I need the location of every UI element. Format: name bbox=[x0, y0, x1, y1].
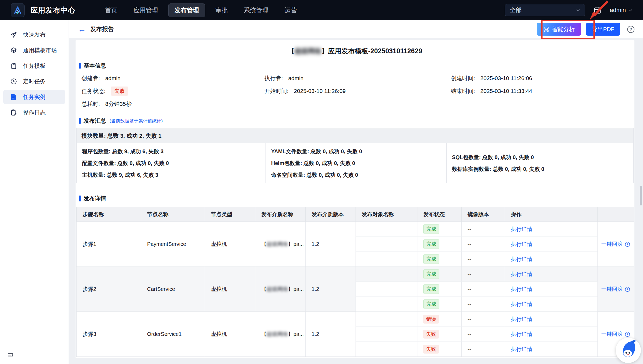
nav-item-6[interactable]: 运营 bbox=[279, 4, 303, 17]
action-cell: 执行详情 bbox=[505, 267, 598, 282]
field-label: 总耗时: bbox=[81, 100, 100, 108]
image-version-cell: -- bbox=[462, 237, 505, 252]
nav-item-1[interactable]: 首页 bbox=[99, 4, 123, 17]
summary-line: YAML文件数量: 总数 0, 成功 0, 失败 0 bbox=[271, 145, 446, 157]
execution-detail-link[interactable]: 执行详情 bbox=[511, 226, 532, 232]
question-circle-icon[interactable]: ? bbox=[625, 331, 630, 337]
column-header: 发布介质版本 bbox=[306, 207, 356, 222]
execution-detail-link[interactable]: 执行详情 bbox=[511, 301, 532, 307]
release-status-cell: 完成 bbox=[417, 267, 462, 282]
target-name-cell bbox=[356, 222, 417, 237]
sidebar-item-5[interactable]: 任务实例 bbox=[3, 90, 65, 104]
clock-icon bbox=[10, 78, 17, 85]
column-header: 镜像版本 bbox=[462, 207, 505, 222]
summary-line: 程序包数量: 总数 9, 成功 6, 失败 3 bbox=[82, 145, 266, 157]
image-version-cell: -- bbox=[462, 267, 505, 282]
media-suffix: pa... bbox=[293, 241, 304, 247]
release-status-cell: 完成 bbox=[417, 222, 462, 237]
info-column-3: 创建时间:2025-03-10 11:26:06结束时间:2025-03-10 … bbox=[451, 72, 634, 110]
back-arrow-icon[interactable]: ← bbox=[78, 25, 86, 33]
clipboard-icon bbox=[10, 62, 17, 69]
release-status-cell: 完成 bbox=[417, 297, 462, 312]
nav-item-2[interactable]: 应用管理 bbox=[128, 4, 164, 17]
summary-column-3: SQL包数量: 总数 0, 成功 0, 失败 0数据库实例数量: 总数 0, 成… bbox=[447, 143, 633, 183]
column-header: 发布介质名称 bbox=[255, 207, 306, 222]
rollback-cell: 一键回滚? bbox=[598, 222, 634, 267]
rollback-link[interactable]: 一键回滚 bbox=[601, 286, 623, 293]
bracket: 】 bbox=[288, 331, 293, 337]
main-nav-menu: 首页应用管理发布管理审批系统管理运营 bbox=[99, 3, 303, 17]
rollback-link[interactable]: 一键回滚 bbox=[601, 331, 623, 338]
rollback-link[interactable]: 一键回滚 bbox=[601, 241, 623, 248]
release-status-cell: 完成 bbox=[417, 252, 462, 267]
nav-item-3[interactable]: 发布管理 bbox=[168, 3, 205, 17]
rollback-cell: 一键回滚? bbox=[598, 267, 634, 312]
image-version-cell: -- bbox=[462, 297, 505, 312]
question-circle-icon[interactable]: ? bbox=[625, 286, 630, 292]
release-status-cell: 完成 bbox=[417, 282, 462, 297]
execution-detail-link[interactable]: 执行详情 bbox=[511, 316, 532, 322]
execution-detail-link[interactable]: 执行详情 bbox=[511, 256, 532, 262]
target-name-cell bbox=[356, 342, 417, 357]
sidebar-item-label: 通用模板市场 bbox=[23, 47, 57, 54]
bracket: 【 bbox=[261, 331, 267, 337]
username: admin bbox=[610, 7, 626, 14]
ai-icon: AI bbox=[543, 26, 549, 32]
column-header: 节点名称 bbox=[141, 207, 205, 222]
masked-text: 超级网络 bbox=[267, 241, 288, 247]
step-name-cell: 步骤2 bbox=[77, 267, 141, 312]
scope-select-value: 全部 bbox=[510, 6, 522, 14]
action-cell: 执行详情 bbox=[505, 297, 598, 312]
node-name-cell: CartService bbox=[141, 267, 205, 312]
column-header: 步骤名称 bbox=[77, 207, 141, 222]
sidebar-item-label: 定时任务 bbox=[23, 78, 46, 85]
question-circle-icon[interactable]: ? bbox=[625, 241, 630, 247]
nav-item-5[interactable]: 系统管理 bbox=[238, 4, 274, 17]
sidebar-item-1[interactable]: 快速发布 bbox=[3, 28, 65, 42]
export-pdf-button[interactable]: 导出PDF bbox=[586, 23, 620, 36]
heading-bar bbox=[79, 196, 81, 201]
sidebar-item-6[interactable]: 操作日志 bbox=[3, 106, 65, 119]
calendar-notes-icon[interactable] bbox=[593, 6, 602, 14]
scope-select[interactable]: 全部 bbox=[505, 4, 585, 16]
sidebar-item-4[interactable]: 定时任务 bbox=[3, 74, 65, 88]
column-header: 发布状态 bbox=[417, 207, 462, 222]
media-suffix: pa... bbox=[293, 331, 304, 337]
column-header: 节点类型 bbox=[205, 207, 255, 222]
ai-analysis-button[interactable]: AI 智能分析 bbox=[537, 23, 581, 36]
execution-detail-link[interactable]: 执行详情 bbox=[511, 331, 532, 337]
execution-detail-link[interactable]: 执行详情 bbox=[511, 271, 532, 277]
collapse-sidebar-icon[interactable] bbox=[7, 352, 14, 359]
help-icon[interactable]: ? bbox=[627, 25, 635, 33]
image-version-cell: -- bbox=[462, 342, 505, 357]
chevron-down-icon bbox=[576, 9, 580, 12]
sidebar-item-3[interactable]: 任务模板 bbox=[3, 59, 65, 73]
table-row: 步骤2CartService虚拟机【超级网络】pa...1.2完成--执行详情一… bbox=[77, 267, 634, 282]
image-version-cell: -- bbox=[462, 222, 505, 237]
field-label: 任务状态: bbox=[81, 87, 106, 95]
assistant-mascot-icon[interactable] bbox=[615, 337, 641, 363]
execution-detail-link[interactable]: 执行详情 bbox=[511, 241, 532, 247]
info-field: 结束时间:2025-03-10 11:33:44 bbox=[451, 85, 634, 97]
release-status-cell: 错误 bbox=[417, 312, 462, 327]
status-badge: 失败 bbox=[111, 87, 128, 96]
execution-detail-link[interactable]: 执行详情 bbox=[511, 286, 532, 292]
nav-item-4[interactable]: 审批 bbox=[210, 4, 234, 17]
report-card: 【超级网络】应用发布模板-20250310112629 基本信息 创建者:adm… bbox=[76, 40, 634, 358]
masked-text: 超级网络 bbox=[267, 331, 288, 337]
summary-line: 配置文件数量: 总数 0, 成功 0, 失败 0 bbox=[82, 157, 266, 169]
node-name-cell: PaymentService bbox=[141, 222, 205, 267]
info-field: 执行者:admin bbox=[264, 72, 451, 85]
paper-plane-icon bbox=[10, 31, 17, 38]
field-label: 创建时间: bbox=[451, 74, 475, 82]
execution-detail-link[interactable]: 执行详情 bbox=[511, 346, 532, 352]
scrollbar-thumb[interactable] bbox=[640, 186, 642, 205]
status-badge: 完成 bbox=[423, 239, 439, 249]
user-menu[interactable]: admin bbox=[610, 7, 632, 14]
action-cell: 执行详情 bbox=[505, 237, 598, 252]
module-count-line: 模块数量: 总数 3, 成功 2, 失败 1 bbox=[77, 128, 633, 143]
info-field: 总耗时:8分钟35秒 bbox=[81, 97, 264, 110]
release-status-cell: 失败 bbox=[417, 342, 462, 357]
status-badge: 完成 bbox=[423, 224, 439, 234]
sidebar-item-2[interactable]: 通用模板市场 bbox=[3, 43, 65, 57]
